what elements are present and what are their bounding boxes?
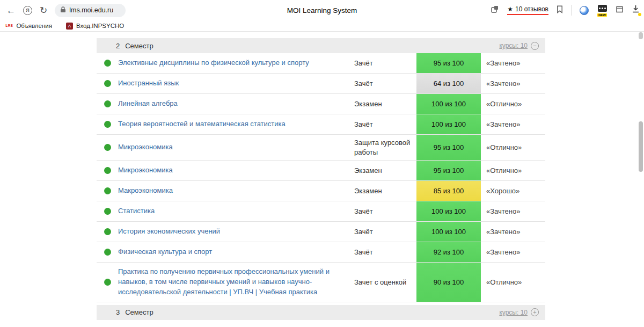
- score-badge: 64 из 100: [416, 74, 481, 93]
- chrome-right-icons: ★ 10 отзывов NEW: [491, 0, 640, 20]
- grade-text: «Зачтено»: [481, 228, 545, 236]
- bookmark-item-announcements[interactable]: LMS Объявления: [5, 23, 52, 29]
- grade-text: «Отлично»: [481, 166, 545, 175]
- assessment-type: Защита курсовой работы: [354, 135, 416, 160]
- course-link[interactable]: Статистика: [118, 202, 354, 221]
- table-row: Элективные дисциплины по физической куль…: [97, 53, 545, 74]
- new-badge: NEW: [597, 13, 607, 17]
- assessment-type: Экзамен: [354, 183, 416, 199]
- url-text: lms.moi.edu.ru: [69, 6, 113, 14]
- table-row: Физическая культура и спорт Зачёт 92 из …: [97, 242, 545, 263]
- lms-favicon: LMS: [5, 24, 13, 28]
- assessment-type: Зачёт: [354, 244, 416, 260]
- status-dot-icon: [104, 80, 111, 87]
- reviews-count: 10 отзывов: [515, 5, 548, 13]
- grade-text: «Зачтено»: [481, 207, 545, 215]
- assessment-type: Зачёт: [354, 55, 416, 71]
- course-link[interactable]: Макроэкономика: [118, 181, 354, 200]
- score-badge: 100 из 100: [416, 94, 481, 114]
- course-link[interactable]: Элективные дисциплины по физической куль…: [118, 54, 354, 72]
- browser-globe-icon[interactable]: [580, 6, 589, 15]
- course-link[interactable]: Физическая культура и спорт: [118, 243, 354, 261]
- star-icon: ★: [507, 5, 513, 13]
- yandex-profile-icon[interactable]: Я: [23, 6, 32, 15]
- course-link[interactable]: Практика по получению первичных професси…: [118, 263, 354, 302]
- assessment-type: Зачёт: [354, 117, 416, 133]
- grade-text: «Зачтено»: [481, 248, 545, 256]
- status-dot-icon: [104, 60, 111, 67]
- score-badge: 95 из 100: [416, 135, 481, 160]
- assessment-type: Экзамен: [354, 163, 416, 179]
- table-row: Линейная алгебра Экзамен 100 из 100 «Отл…: [97, 94, 545, 114]
- bookmarks-bar: LMS Объявления Λ Вход.INPSYCHO: [0, 20, 644, 32]
- collections-icon[interactable]: [616, 5, 624, 16]
- course-link[interactable]: Теория вероятностей и математическая ста…: [118, 115, 354, 134]
- semester-3-courses-link[interactable]: курсы: 10: [499, 309, 528, 316]
- grade-text: «Зачтено»: [481, 79, 545, 88]
- page-content: 2 Семестр курсы: 10 − Элективные дисципл…: [0, 32, 644, 327]
- course-link[interactable]: История экономических учений: [118, 222, 354, 241]
- grade-text: «Зачтено»: [481, 120, 545, 128]
- status-dot-icon: [104, 100, 111, 107]
- collapse-icon[interactable]: −: [531, 42, 539, 50]
- reviews-rating[interactable]: ★ 10 отзывов: [507, 5, 548, 15]
- toolbar-divider: [571, 5, 572, 16]
- score-badge: 100 из 100: [416, 114, 481, 134]
- new-feature-icon[interactable]: NEW: [597, 5, 608, 16]
- status-dot-icon: [104, 167, 111, 174]
- back-icon[interactable]: ←: [6, 6, 16, 15]
- score-badge: 90 из 100: [416, 263, 481, 302]
- course-table: 2 Семестр курсы: 10 − Элективные дисципл…: [97, 38, 545, 320]
- downloads-icon[interactable]: [632, 5, 640, 16]
- semester-2-header: 2 Семестр курсы: 10 −: [97, 38, 545, 53]
- lock-icon: [60, 5, 66, 15]
- assessment-type: Зачет с оценкой: [354, 274, 416, 290]
- score-badge: 100 из 100: [416, 201, 481, 221]
- inpsycho-favicon: Λ: [66, 23, 73, 30]
- status-dot-icon: [104, 279, 111, 286]
- course-link[interactable]: Микроэкономика: [118, 138, 354, 157]
- refresh-icon[interactable]: ↻: [40, 6, 47, 15]
- table-row: Статистика Зачёт 100 из 100 «Зачтено»: [97, 201, 545, 222]
- status-dot-icon: [104, 208, 111, 215]
- table-row: Иностранный язык Зачёт 64 из 100 «Зачтен…: [97, 74, 545, 94]
- course-link[interactable]: Линейная алгебра: [118, 95, 354, 113]
- table-row: Микроэкономика Защита курсовой работы 95…: [97, 135, 545, 161]
- table-row: Теория вероятностей и математическая ста…: [97, 114, 545, 135]
- table-row: Макроэкономика Экзамен 85 из 100 «Хорошо…: [97, 181, 545, 201]
- assessment-type: Зачёт: [354, 76, 416, 92]
- score-badge: 95 из 100: [416, 53, 481, 73]
- status-dot-icon: [104, 249, 111, 256]
- status-dot-icon: [104, 144, 111, 151]
- grade-text: «Отлично»: [481, 100, 545, 108]
- course-link[interactable]: Иностранный язык: [118, 74, 354, 93]
- browser-chrome: ← Я ↻ lms.moi.edu.ru MOI Learning System…: [0, 0, 644, 20]
- score-badge: 95 из 100: [416, 161, 481, 180]
- status-dot-icon: [104, 187, 111, 194]
- assessment-type: Зачёт: [354, 204, 416, 220]
- scrollbar-top-stub[interactable]: [639, 32, 643, 39]
- semester-2-courses-link[interactable]: курсы: 10: [499, 42, 528, 49]
- scrollbar-thumb[interactable]: [639, 121, 643, 172]
- assessment-type: Зачёт: [354, 224, 416, 240]
- grade-text: «Хорошо»: [481, 187, 545, 195]
- table-row: История экономических учений Зачёт 100 и…: [97, 222, 545, 242]
- course-table-body: Элективные дисциплины по физической куль…: [97, 53, 545, 302]
- semester-3-header: 3 Семестр курсы: 10 +: [97, 305, 545, 320]
- bookmark-item-inpsycho[interactable]: Λ Вход.INPSYCHO: [66, 23, 124, 30]
- expand-icon[interactable]: +: [531, 308, 539, 316]
- address-bar[interactable]: lms.moi.edu.ru: [55, 4, 126, 17]
- score-badge: 100 из 100: [416, 222, 481, 242]
- status-dot-icon: [104, 121, 111, 128]
- grade-text: «Зачтено»: [481, 59, 545, 67]
- table-row: Практика по получению первичных професси…: [97, 263, 545, 302]
- bookmark-icon[interactable]: [557, 5, 563, 16]
- grade-text: «Отлично»: [481, 278, 545, 286]
- status-dot-icon: [104, 228, 111, 235]
- course-link[interactable]: Микроэкономика: [118, 161, 354, 180]
- score-badge: 92 из 100: [416, 242, 481, 262]
- grade-text: «Отлично»: [481, 143, 545, 151]
- download-status-dot: [638, 13, 641, 16]
- assessment-type: Экзамен: [354, 96, 416, 112]
- extension-icon[interactable]: [491, 5, 499, 16]
